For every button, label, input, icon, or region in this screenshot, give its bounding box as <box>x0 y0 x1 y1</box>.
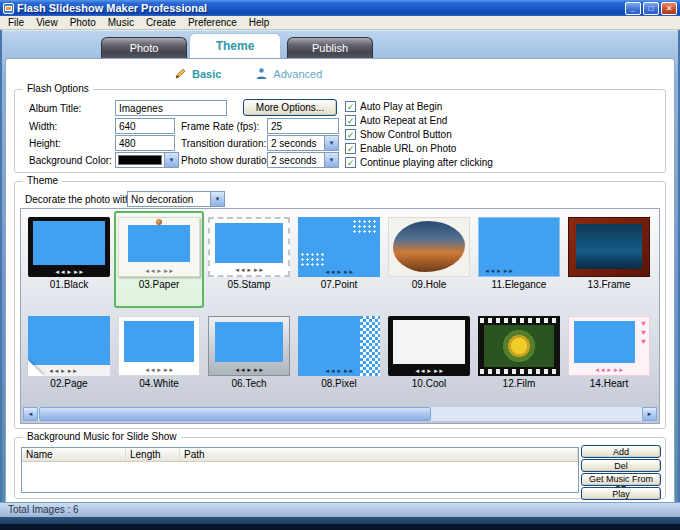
transition-duration-value: 2 seconds <box>271 137 317 150</box>
checkbox-auto-repeat[interactable]: ✓ Auto Repeat at End <box>345 114 447 126</box>
thumb-01-black[interactable]: ◄◄ ► ►► 01.Black <box>24 211 114 308</box>
menu-music[interactable]: Music <box>102 16 140 29</box>
thumb-preview: ◄◄ ► ►► <box>208 316 290 376</box>
checkbox-check-icon: ✓ <box>345 101 356 112</box>
checkbox-label: Auto Play at Begin <box>360 101 442 112</box>
play-button[interactable]: Play <box>581 487 661 500</box>
pixel-dissolve-decoration <box>360 316 380 376</box>
tab-advanced[interactable]: Advanced <box>255 67 322 80</box>
playback-controls-icon: ◄◄ ► ►► <box>119 367 199 374</box>
checkbox-check-icon: ✓ <box>345 129 356 140</box>
checkbox-enable-url[interactable]: ✓ Enable URL on Photo <box>345 142 456 154</box>
playback-controls-icon: ◄◄ ► ►► <box>569 367 649 374</box>
get-music-from-cd-button[interactable]: Get Music From CD <box>581 473 661 486</box>
thumb-preview: ◄◄ ► ►► <box>28 316 110 376</box>
width-input[interactable] <box>115 118 175 134</box>
thumb-screen <box>215 322 283 362</box>
menu-file[interactable]: File <box>2 16 30 29</box>
frame-rate-input[interactable] <box>267 118 339 134</box>
tab-theme[interactable]: Theme <box>189 33 281 58</box>
column-length[interactable]: Length <box>126 448 180 461</box>
checkbox-check-icon: ✓ <box>345 115 356 126</box>
column-path[interactable]: Path <box>180 448 578 461</box>
pushpin-icon <box>156 219 162 225</box>
thumb-11-elegance[interactable]: ◄◄ ► ►► 11.Elegance <box>474 211 564 308</box>
thumb-screen <box>128 225 190 262</box>
thumb-label: 10.Cool <box>386 378 472 389</box>
flash-options-group: Flash Options Album Title: More Options.… <box>14 89 666 173</box>
checkbox-continue-playing[interactable]: ✓ Continue playing after clicking <box>345 156 493 168</box>
maximize-button[interactable]: □ <box>643 2 659 15</box>
transition-duration-select[interactable]: 2 seconds ▼ <box>267 135 339 151</box>
thumb-04-white[interactable]: ◄◄ ► ►► 04.White <box>114 310 204 407</box>
column-name[interactable]: Name <box>22 448 126 461</box>
flash-options-title: Flash Options <box>23 83 93 94</box>
checkbox-auto-play[interactable]: ✓ Auto Play at Begin <box>345 100 442 112</box>
checkbox-show-control[interactable]: ✓ Show Control Button <box>345 128 452 140</box>
thumb-preview <box>568 217 650 277</box>
checkbox-label: Enable URL on Photo <box>360 143 456 154</box>
thumb-03-paper-selected[interactable]: ◄◄ ► ►► 03.Paper <box>114 211 204 308</box>
decorate-label: Decorate the photo with: <box>25 194 133 205</box>
thumb-preview: ◄◄ ► ►► <box>208 217 290 277</box>
thumb-screen <box>33 221 105 265</box>
app-icon[interactable] <box>3 3 14 14</box>
scroll-left-icon[interactable]: ◄ <box>23 407 38 421</box>
thumb-05-stamp[interactable]: ◄◄ ► ►► 05.Stamp <box>204 211 294 308</box>
theme-group: Theme Decorate the photo with: No decora… <box>14 181 666 429</box>
menu-view[interactable]: View <box>30 16 64 29</box>
del-button[interactable]: Del <box>581 459 661 472</box>
thumb-screen <box>124 321 194 362</box>
chevron-down-icon: ▼ <box>164 153 178 167</box>
album-title-label: Album Title: <box>29 103 81 114</box>
decorate-value: No decoration <box>131 193 193 206</box>
tab-advanced-label: Advanced <box>273 68 322 80</box>
frame-rate-label: Frame Rate (fps): <box>181 121 259 132</box>
menu-photo[interactable]: Photo <box>64 16 102 29</box>
background-music-group: Background Music for Slide Show Name Len… <box>14 437 666 499</box>
photo-show-duration-value: 2 seconds <box>271 154 317 167</box>
thumb-06-tech[interactable]: ◄◄ ► ►► 06.Tech <box>204 310 294 407</box>
checkbox-label: Continue playing after clicking <box>360 157 493 168</box>
playback-controls-icon: ◄◄ ► ►► <box>298 368 380 375</box>
decorate-select[interactable]: No decoration ▼ <box>127 191 225 207</box>
height-input[interactable] <box>115 135 175 151</box>
menu-help[interactable]: Help <box>243 16 276 29</box>
thumb-10-cool[interactable]: ◄◄ ► ►► 10.Cool <box>384 310 474 407</box>
thumb-screen <box>393 320 465 364</box>
thumb-label: 13.Frame <box>566 279 652 290</box>
sunset-photo <box>393 221 465 272</box>
menu-create[interactable]: Create <box>140 16 182 29</box>
thumb-12-film[interactable]: 12.Film <box>474 310 564 407</box>
background-music-title: Background Music for Slide Show <box>23 431 181 442</box>
thumb-13-frame[interactable]: 13.Frame <box>564 211 654 308</box>
thumb-09-hole[interactable]: 09.Hole <box>384 211 474 308</box>
background-color-select[interactable]: ▼ <box>115 152 179 168</box>
chevron-down-icon: ▼ <box>324 136 338 150</box>
close-button[interactable]: ✕ <box>661 2 677 15</box>
thumb-14-heart[interactable]: ♥♥♥ ◄◄ ► ►► 14.Heart <box>564 310 654 407</box>
app-frame: Photo Theme Publish Basic Advanced Flash… <box>0 30 680 517</box>
thumb-08-pixel[interactable]: ◄◄ ► ►► 08.Pixel <box>294 310 384 407</box>
thumb-02-page[interactable]: ◄◄ ► ►► 02.Page <box>24 310 114 407</box>
tab-photo[interactable]: Photo <box>101 37 187 58</box>
thumb-07-point[interactable]: ◄◄ ► ►► 07.Point <box>294 211 384 308</box>
album-title-input[interactable] <box>115 100 227 116</box>
photo-show-duration-select[interactable]: 2 seconds ▼ <box>267 152 339 168</box>
add-button[interactable]: Add <box>581 445 661 458</box>
total-images-status: Total Images : 6 <box>8 504 79 515</box>
tab-publish[interactable]: Publish <box>287 37 373 58</box>
menu-preference[interactable]: Preference <box>182 16 243 29</box>
scroll-right-icon[interactable]: ► <box>642 407 657 421</box>
more-options-button[interactable]: More Options... <box>243 99 337 116</box>
thumb-preview: ◄◄ ► ►► <box>28 217 110 277</box>
tab-basic[interactable]: Basic <box>174 67 221 80</box>
minimize-button[interactable]: _ <box>625 2 641 15</box>
transition-duration-label: Transition duration: <box>181 138 266 149</box>
scrollbar-thumb[interactable] <box>39 407 431 421</box>
dots-decoration <box>300 252 326 267</box>
thumb-preview <box>388 217 470 277</box>
thumb-label: 09.Hole <box>386 279 472 290</box>
horizontal-scrollbar[interactable]: ◄ ► <box>23 407 657 421</box>
background-color-label: Background Color: <box>29 155 112 166</box>
